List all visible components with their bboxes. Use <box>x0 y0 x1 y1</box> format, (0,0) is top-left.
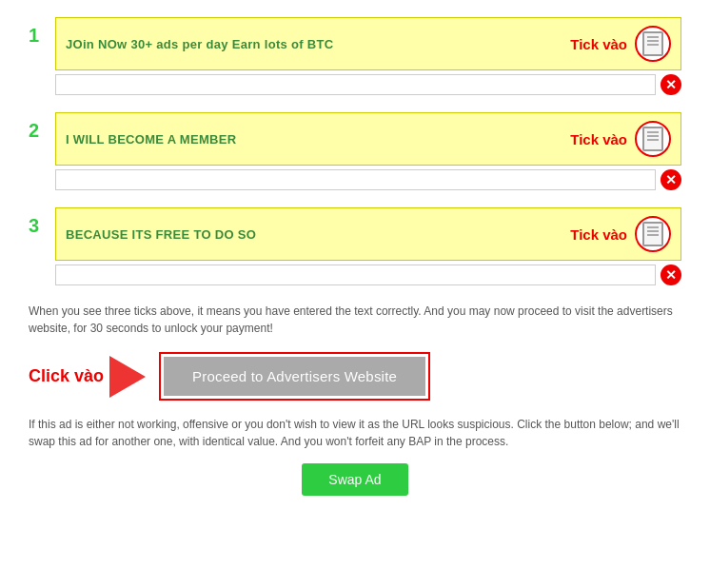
copy-icon-2 <box>642 127 663 151</box>
tick-vao-label-1: Tick vào <box>570 36 627 52</box>
captcha-input-3[interactable] <box>55 265 656 285</box>
captcha-icon-btn-1[interactable] <box>635 26 671 62</box>
row-number-3: 3 <box>29 207 55 237</box>
row-number-1: 1 <box>29 17 55 47</box>
captcha-input-row-1: ✕ <box>55 74 681 95</box>
swap-info-text: If this ad is either not working, offens… <box>29 416 681 450</box>
copy-icon-3 <box>642 222 663 246</box>
x-circle-icon-2: ✕ <box>661 169 681 190</box>
swap-ad-button[interactable]: Swap Ad <box>302 463 407 496</box>
proceed-button-wrapper: Proceed to Advertisers Website <box>159 352 430 401</box>
row-number-2: 2 <box>29 112 55 142</box>
info-text: When you see three ticks above, it means… <box>29 303 681 337</box>
copy-icon-1 <box>642 31 663 56</box>
captcha-banner-2: I WILL BECOME A MEMBER Tick vào <box>55 112 681 166</box>
captcha-banner-1: JOin NOw 30+ ads per day Earn lots of BT… <box>55 17 681 70</box>
captcha-text-3: BECAUSE ITS FREE TO DO SO <box>66 227 256 242</box>
captcha-text-2: I WILL BECOME A MEMBER <box>66 132 236 147</box>
proceed-section: Click vào Proceed to Advertisers Website <box>29 352 681 401</box>
proceed-button[interactable]: Proceed to Advertisers Website <box>164 357 425 396</box>
click-vao-label: Click vào <box>29 366 104 386</box>
clear-btn-2[interactable]: ✕ <box>661 169 681 190</box>
captcha-input-2[interactable] <box>55 169 656 190</box>
clear-btn-3[interactable]: ✕ <box>661 265 681 285</box>
arrow-right-icon <box>109 356 146 398</box>
captcha-row-1: 1 JOin NOw 30+ ads per day Earn lots of … <box>29 17 681 95</box>
captcha-input-row-2: ✕ <box>55 169 681 190</box>
captcha-text-1: JOin NOw 30+ ads per day Earn lots of BT… <box>66 37 333 51</box>
x-circle-icon-1: ✕ <box>661 74 681 95</box>
captcha-icon-btn-2[interactable] <box>635 121 671 157</box>
tick-vao-label-3: Tick vào <box>570 226 627 243</box>
captcha-row-2: 2 I WILL BECOME A MEMBER Tick vào ✕ <box>29 112 681 190</box>
row-content-3: BECAUSE ITS FREE TO DO SO Tick vào ✕ <box>55 207 681 285</box>
clear-btn-1[interactable]: ✕ <box>661 74 681 95</box>
x-circle-icon-3: ✕ <box>661 265 681 285</box>
row-content-2: I WILL BECOME A MEMBER Tick vào ✕ <box>55 112 681 190</box>
row-content-1: JOin NOw 30+ ads per day Earn lots of BT… <box>55 17 681 95</box>
tick-vao-label-2: Tick vào <box>570 131 627 147</box>
captcha-input-row-3: ✕ <box>55 265 681 285</box>
captcha-input-1[interactable] <box>55 74 656 95</box>
captcha-banner-3: BECAUSE ITS FREE TO DO SO Tick vào <box>55 207 681 261</box>
captcha-row-3: 3 BECAUSE ITS FREE TO DO SO Tick vào ✕ <box>29 207 681 285</box>
captcha-icon-btn-3[interactable] <box>635 216 671 252</box>
